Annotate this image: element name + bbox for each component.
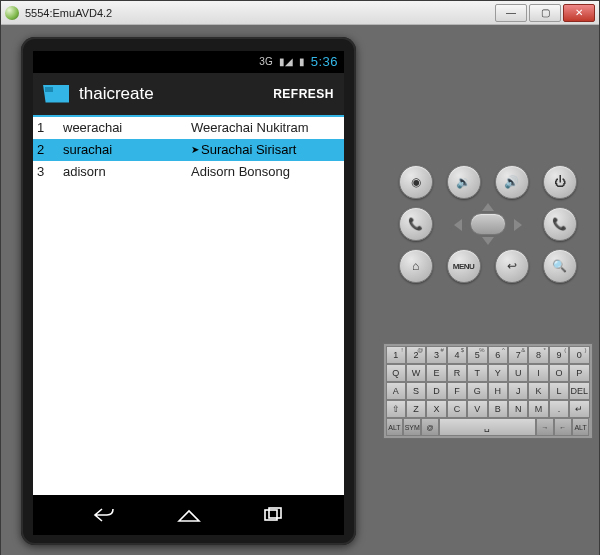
key-0[interactable]: 0) xyxy=(569,346,589,364)
key-i[interactable]: I xyxy=(528,364,548,382)
dpad-left[interactable] xyxy=(454,219,462,231)
key-o[interactable]: O xyxy=(549,364,569,382)
key-a[interactable]: A xyxy=(386,382,406,400)
key-8[interactable]: 8* xyxy=(528,346,548,364)
key-del[interactable]: DEL xyxy=(569,382,589,400)
dpad-down[interactable] xyxy=(482,237,494,245)
key-e[interactable]: E xyxy=(426,364,446,382)
phone-screen: 3G ▮◢ ▮ 5:36 thaicreate REFRESH 1 weerac xyxy=(33,51,344,535)
back-button[interactable]: ↩ xyxy=(495,249,529,283)
battery-icon: ▮ xyxy=(299,56,305,67)
app-bar: thaicreate REFRESH xyxy=(33,73,344,117)
key-7[interactable]: 7& xyxy=(508,346,528,364)
key-6[interactable]: 6^ xyxy=(488,346,508,364)
status-bar: 3G ▮◢ ▮ 5:36 xyxy=(33,51,344,73)
key-g[interactable]: G xyxy=(467,382,487,400)
cell-fullname-text: Surachai Sirisart xyxy=(201,142,296,157)
cell-id: 1 xyxy=(33,120,57,135)
camera-button[interactable]: ◉ xyxy=(399,165,433,199)
cell-id: 2 xyxy=(33,142,57,157)
key-@[interactable]: @ xyxy=(421,418,439,436)
key-→[interactable]: → xyxy=(536,418,554,436)
key-k[interactable]: K xyxy=(528,382,548,400)
key-4[interactable]: 4$ xyxy=(447,346,467,364)
list-row[interactable]: 2 surachai ➤ Surachai Sirisart xyxy=(33,139,344,161)
android-nav-bar xyxy=(33,495,344,535)
titlebar: 5554:EmuAVD4.2 — ▢ ✕ xyxy=(1,1,599,25)
key-alt[interactable]: ALT xyxy=(386,418,404,436)
end-call-button[interactable]: 📞 xyxy=(543,207,577,241)
app-title: thaicreate xyxy=(79,84,273,104)
emulator-window: 5554:EmuAVD4.2 — ▢ ✕ 3G ▮◢ ▮ 5:36 xyxy=(0,0,600,555)
key-z[interactable]: Z xyxy=(406,400,426,418)
side-pane: ◉ 🔉 🔊 ⏻ 📞 📞 ⌂ MENU ↩ xyxy=(376,25,599,555)
key-1[interactable]: 1! xyxy=(386,346,406,364)
key-sym[interactable]: SYM xyxy=(403,418,421,436)
key-2[interactable]: 2@ xyxy=(406,346,426,364)
nav-recent-button[interactable] xyxy=(259,505,287,525)
user-list: 1 weerachai Weerachai Nukitram 2 suracha… xyxy=(33,117,344,495)
hardware-keys: ◉ 🔉 🔊 ⏻ 📞 📞 ⌂ MENU ↩ xyxy=(393,165,583,283)
key-alt[interactable]: ALT xyxy=(572,418,590,436)
phone-frame: 3G ▮◢ ▮ 5:36 thaicreate REFRESH 1 weerac xyxy=(21,37,356,545)
call-button[interactable]: 📞 xyxy=(399,207,433,241)
key-9[interactable]: 9( xyxy=(549,346,569,364)
key-p[interactable]: P xyxy=(569,364,589,382)
key-f[interactable]: F xyxy=(447,382,467,400)
key-v[interactable]: V xyxy=(467,400,487,418)
close-button[interactable]: ✕ xyxy=(563,4,595,22)
key-l[interactable]: L xyxy=(549,382,569,400)
search-button[interactable]: 🔍 xyxy=(543,249,577,283)
key-space[interactable]: ␣ xyxy=(439,418,536,436)
power-button[interactable]: ⏻ xyxy=(543,165,577,199)
key-.[interactable]: . xyxy=(549,400,569,418)
key-x[interactable]: X xyxy=(426,400,446,418)
dpad-right[interactable] xyxy=(514,219,522,231)
key-s[interactable]: S xyxy=(406,382,426,400)
dpad-up[interactable] xyxy=(482,203,494,211)
key-←[interactable]: ← xyxy=(554,418,572,436)
clock: 5:36 xyxy=(311,54,338,69)
window-title: 5554:EmuAVD4.2 xyxy=(25,7,493,19)
key-5[interactable]: 5% xyxy=(467,346,487,364)
key-m[interactable]: M xyxy=(528,400,548,418)
volume-up-button[interactable]: 🔊 xyxy=(495,165,529,199)
key-d[interactable]: D xyxy=(426,382,446,400)
list-row[interactable]: 1 weerachai Weerachai Nukitram xyxy=(33,117,344,139)
signal-icon: ▮◢ xyxy=(279,56,293,67)
key-t[interactable]: T xyxy=(467,364,487,382)
key-j[interactable]: J xyxy=(508,382,528,400)
dpad-center[interactable] xyxy=(470,213,506,235)
refresh-button[interactable]: REFRESH xyxy=(273,87,334,101)
key-y[interactable]: Y xyxy=(488,364,508,382)
maximize-button[interactable]: ▢ xyxy=(529,4,561,22)
volume-down-button[interactable]: 🔉 xyxy=(447,165,481,199)
key-b[interactable]: B xyxy=(488,400,508,418)
nav-home-button[interactable] xyxy=(175,505,203,525)
key-q[interactable]: Q xyxy=(386,364,406,382)
key-w[interactable]: W xyxy=(406,364,426,382)
nav-back-button[interactable] xyxy=(90,505,118,525)
cell-username: surachai xyxy=(57,142,187,157)
key-↵[interactable]: ↵ xyxy=(569,400,589,418)
cell-fullname: Weerachai Nukitram xyxy=(187,120,344,135)
key-⇧[interactable]: ⇧ xyxy=(386,400,406,418)
menu-button[interactable]: MENU xyxy=(447,249,481,283)
minimize-button[interactable]: — xyxy=(495,4,527,22)
home-button[interactable]: ⌂ xyxy=(399,249,433,283)
cell-fullname: Adisorn Bonsong xyxy=(187,164,344,179)
list-row[interactable]: 3 adisorn Adisorn Bonsong xyxy=(33,161,344,183)
phone-pane: 3G ▮◢ ▮ 5:36 thaicreate REFRESH 1 weerac xyxy=(1,25,376,555)
android-favicon xyxy=(5,6,19,20)
key-3[interactable]: 3# xyxy=(426,346,446,364)
cell-fullname: ➤ Surachai Sirisart xyxy=(187,142,344,157)
cell-username: weerachai xyxy=(57,120,187,135)
key-r[interactable]: R xyxy=(447,364,467,382)
key-u[interactable]: U xyxy=(508,364,528,382)
network-icon: 3G xyxy=(259,56,272,67)
app-logo-icon xyxy=(43,85,69,103)
key-c[interactable]: C xyxy=(447,400,467,418)
virtual-keyboard: 1!2@3#4$5%6^7&8*9(0) QWERTYUIOP ASDFGHJK… xyxy=(383,343,593,439)
key-h[interactable]: H xyxy=(488,382,508,400)
key-n[interactable]: N xyxy=(508,400,528,418)
